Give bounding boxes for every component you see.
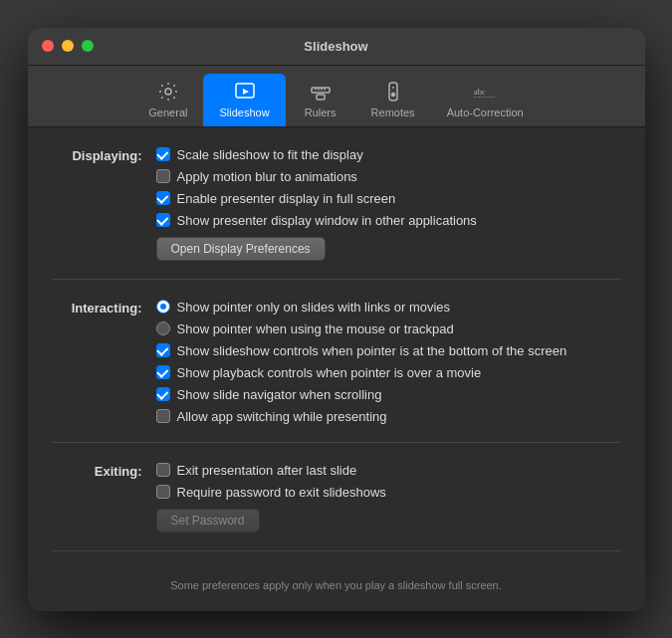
require-password-checkbox[interactable] [156,485,170,499]
titlebar: Slideshow [28,28,645,66]
interacting-section: Interacting: Show pointer only on slides… [52,300,621,443]
traffic-lights [42,40,94,52]
tab-rulers[interactable]: Rulers [286,74,355,126]
play-icon [233,80,257,104]
app-switching-checkbox[interactable] [156,409,170,423]
toolbar: General Slideshow [28,66,645,127]
exiting-section: Exiting: Exit presentation after last sl… [52,463,621,551]
maximize-button[interactable] [82,40,94,52]
check-row: Show pointer when using the mouse or tra… [156,321,621,336]
preferences-window: Slideshow General Slideshow [28,28,645,611]
check-row: Scale slideshow to fit the display [156,147,621,162]
require-password-label: Require password to exit slideshows [177,485,386,500]
motion-blur-checkbox[interactable] [156,169,170,183]
exit-last-slide-label: Exit presentation after last slide [177,463,357,478]
remote-icon [381,80,405,104]
presenter-display-label: Enable presenter display in full screen [177,191,396,206]
footer-note: Some preferences apply only when you pla… [52,571,621,595]
slide-navigator-checkbox[interactable] [156,387,170,401]
close-button[interactable] [42,40,54,52]
presenter-display-checkbox[interactable] [156,191,170,205]
app-switching-label: Allow app switching while presenting [177,409,387,424]
slide-navigator-label: Show slide navigator when scrolling [177,387,382,402]
check-row: Show slide navigator when scrolling [156,387,621,402]
playback-controls-checkbox[interactable] [156,365,170,379]
displaying-controls: Scale slideshow to fit the display Apply… [156,147,621,261]
presenter-window-checkbox[interactable] [156,213,170,227]
tab-general-label: General [148,106,187,118]
pointer-mouse-label: Show pointer when using the mouse or tra… [177,321,454,336]
displaying-label: Displaying: [52,147,156,261]
check-row: Show presenter display window in other a… [156,213,621,228]
exiting-controls: Exit presentation after last slide Requi… [156,463,621,532]
presenter-window-label: Show presenter display window in other a… [177,213,477,228]
tab-rulers-label: Rulers [305,106,336,118]
exit-last-slide-checkbox[interactable] [156,463,170,477]
svg-text:abc: abc [474,87,486,97]
set-password-button[interactable]: Set Password [156,509,260,532]
interacting-controls: Show pointer only on slides with links o… [156,300,621,424]
tab-general[interactable]: General [132,74,203,126]
open-display-preferences-button[interactable]: Open Display Preferences [156,237,326,261]
preferences-content: Displaying: Scale slideshow to fit the d… [28,127,645,611]
slideshow-controls-checkbox[interactable] [156,343,170,357]
tab-remotes[interactable]: Remotes [355,74,431,126]
tab-slideshow[interactable]: Slideshow [203,74,285,126]
svg-point-11 [391,93,394,96]
check-row: Enable presenter display in full screen [156,191,621,206]
scale-slideshow-checkbox[interactable] [156,147,170,161]
interacting-label: Interacting: [52,300,156,424]
check-row: Show playback controls when pointer is o… [156,365,621,380]
window-title: Slideshow [304,39,367,54]
check-row: Show pointer only on slides with links o… [156,300,621,315]
svg-rect-8 [317,95,325,100]
check-row: Allow app switching while presenting [156,409,621,424]
tab-slideshow-label: Slideshow [219,106,269,118]
playback-controls-label: Show playback controls when pointer is o… [177,365,482,380]
displaying-section: Displaying: Scale slideshow to fit the d… [52,147,621,280]
motion-blur-label: Apply motion blur to animations [177,169,357,184]
tab-remotes-label: Remotes [371,106,415,118]
rulers-icon [309,80,333,104]
scale-slideshow-label: Scale slideshow to fit the display [177,147,363,162]
svg-rect-3 [312,88,330,93]
check-row: Require password to exit slideshows [156,485,621,500]
check-row: Exit presentation after last slide [156,463,621,478]
pointer-links-label: Show pointer only on slides with links o… [177,300,451,315]
pointer-links-radio[interactable] [156,300,170,314]
minimize-button[interactable] [62,40,74,52]
check-row: Apply motion blur to animations [156,169,621,184]
abc-icon: abc [473,80,497,104]
tab-autocorrection[interactable]: abc Auto-Correction [431,74,540,126]
exiting-label: Exiting: [52,463,156,532]
gear-icon [156,80,180,104]
svg-rect-9 [389,83,397,101]
pointer-mouse-radio[interactable] [156,321,170,335]
svg-marker-2 [243,89,249,95]
check-row: Show slideshow controls when pointer is … [156,343,621,358]
svg-point-0 [165,89,171,95]
tab-autocorrection-label: Auto-Correction [447,106,524,118]
slideshow-controls-label: Show slideshow controls when pointer is … [177,343,567,358]
